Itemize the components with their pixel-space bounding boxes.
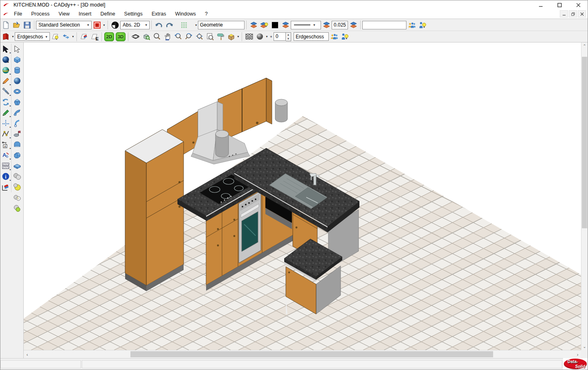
menu-extras[interactable]: Extras — [147, 10, 171, 18]
hatch-tool-button[interactable]: ▸ — [0, 160, 11, 171]
swap-arrows-button[interactable] — [61, 32, 71, 42]
orbit-sphere-tool-button[interactable]: ▸ — [0, 65, 11, 76]
group-select-button[interactable] — [407, 20, 417, 30]
storey-name-input[interactable] — [294, 32, 329, 41]
scroll-up-icon[interactable]: ⌃ — [581, 42, 588, 49]
pen-color-button[interactable] — [92, 20, 102, 30]
highlight-entities-button-2[interactable] — [340, 32, 350, 42]
spin-up-icon[interactable]: ▲ — [286, 33, 291, 37]
material-dropdown-icon[interactable]: ▾ — [265, 32, 269, 41]
close-icon[interactable] — [569, 0, 588, 9]
model-book-button[interactable] — [1, 32, 11, 42]
menu-define[interactable]: Define — [96, 10, 119, 18]
prism-solid-tool-button[interactable] — [12, 97, 22, 107]
layer-assign-icon[interactable] — [281, 20, 290, 30]
material-sphere-button[interactable] — [255, 32, 265, 42]
layer-visibility-icon[interactable] — [259, 20, 269, 30]
torus-solid-tool-button[interactable] — [12, 86, 22, 97]
mdi-restore-icon[interactable] — [569, 10, 577, 18]
orbit-rotate-button[interactable] — [130, 32, 140, 42]
save-file-button[interactable] — [22, 20, 32, 30]
chamfer-tool-button[interactable] — [12, 150, 22, 160]
draw-pencil-tool-button[interactable]: ▸ — [0, 76, 11, 86]
direct-select-tool-button[interactable] — [12, 44, 22, 54]
polyline-tool-button[interactable]: ▸ — [0, 129, 11, 139]
boolean-intersect-tool-button[interactable] — [12, 192, 22, 203]
sheet-eraser-button[interactable] — [79, 32, 89, 42]
rotation-step-spinner[interactable]: ▲▼ — [274, 32, 291, 41]
view-2d-button[interactable]: 2D — [104, 32, 114, 41]
slab-tool-button[interactable] — [12, 160, 22, 171]
menu-insert[interactable]: Insert — [74, 10, 96, 18]
coordinate-mode-combo[interactable]: Abs. 2D▾ — [120, 21, 150, 29]
sketch-pencil-tool-button[interactable]: ▸ — [0, 107, 11, 118]
scroll-down-icon[interactable]: ⌄ — [581, 343, 588, 350]
revolve-flag-tool-button[interactable] — [12, 129, 22, 139]
redo-button[interactable] — [164, 20, 174, 30]
layer-name-input[interactable] — [198, 21, 245, 29]
sphere-view-tool-button[interactable] — [0, 54, 11, 65]
undo-button[interactable] — [154, 20, 164, 30]
contrast-circle-button[interactable] — [110, 20, 120, 30]
boolean-subtract-tool-button[interactable] — [12, 182, 22, 192]
hatch-display-button[interactable] — [244, 32, 254, 42]
text-tool-button[interactable]: ▸ — [0, 150, 11, 160]
maximize-icon[interactable] — [550, 0, 569, 9]
zoom-previous-button[interactable] — [173, 32, 183, 42]
zoom-window-button[interactable] — [152, 32, 162, 42]
group-select-button-2[interactable] — [329, 32, 339, 42]
cylinder-solid-tool-button[interactable] — [12, 65, 22, 76]
line-style-combo[interactable]: ▾ — [291, 21, 321, 29]
extrude-tool-button[interactable] — [12, 107, 22, 118]
eraser-tool-button[interactable] — [0, 182, 11, 192]
zoom-extents-button[interactable] — [194, 32, 204, 42]
new-file-button[interactable] — [1, 20, 11, 30]
highlight-entities-button[interactable] — [417, 20, 427, 30]
annotation-input[interactable] — [362, 21, 406, 29]
vertical-scrollbar[interactable]: ⌃ ⌄ — [581, 42, 588, 350]
zoom-next-button[interactable] — [184, 32, 193, 42]
model-book-dropdown-icon[interactable]: ▾ — [11, 32, 15, 41]
grid-dropdown-icon[interactable]: ▾ — [194, 20, 198, 29]
mdi-close-icon[interactable] — [578, 10, 586, 18]
boolean-merge-tool-button[interactable] — [12, 203, 22, 214]
spin-down-icon[interactable]: ▼ — [286, 37, 291, 41]
box-solid-tool-button[interactable] — [12, 54, 22, 65]
selection-mode-combo[interactable]: Standard Selection▾ — [36, 21, 92, 29]
menu-help[interactable]: ? — [200, 10, 212, 18]
dimension-tool-button[interactable]: ▸ — [0, 139, 11, 150]
sheet-edit-button[interactable]: E — [90, 32, 99, 42]
sheet-visibility-button[interactable] — [50, 32, 60, 42]
menu-process[interactable]: Process — [27, 10, 54, 18]
horizontal-scrollbar[interactable]: ‹ › — [24, 350, 581, 358]
pen-width-input[interactable] — [332, 21, 348, 29]
minimize-icon[interactable] — [531, 0, 550, 9]
render-roller-button[interactable] — [215, 32, 225, 42]
menu-view[interactable]: View — [54, 10, 74, 18]
scroll-right-icon[interactable]: › — [574, 350, 581, 358]
transform-rotate-tool-button[interactable]: ▸ — [0, 97, 11, 107]
open-file-button[interactable] — [11, 20, 21, 30]
shaded-view-button[interactable] — [226, 32, 236, 42]
line-layer-icon[interactable] — [321, 20, 331, 30]
rotation-step-input[interactable] — [274, 32, 286, 41]
trim-pliers-tool-button[interactable]: ▸ — [0, 86, 11, 97]
swap-arrows-dropdown-icon[interactable]: ▾ — [71, 32, 75, 41]
boolean-union-tool-button[interactable] — [12, 171, 22, 182]
storey-combo[interactable]: Erdgeschos▾ — [15, 32, 50, 41]
pen-color-dropdown-icon[interactable]: ▾ — [102, 20, 106, 29]
select-tool-button[interactable]: ▸ — [0, 44, 11, 54]
vertical-scroll-thumb[interactable] — [582, 57, 587, 228]
mdi-minimize-icon[interactable] — [560, 10, 568, 18]
grid-snap-button[interactable] — [175, 20, 194, 30]
zoom-page-button[interactable] — [205, 32, 215, 42]
menu-file[interactable]: File — [9, 10, 27, 18]
fillet-tool-button[interactable] — [12, 139, 22, 150]
point-grid-tool-button[interactable]: ▸ — [0, 118, 11, 129]
info-tool-button[interactable]: ▸ — [0, 171, 11, 182]
menu-settings[interactable]: Settings — [120, 10, 147, 18]
menu-windows[interactable]: Windows — [171, 10, 200, 18]
horizontal-scroll-thumb[interactable] — [130, 351, 493, 357]
shaded-view-dropdown-icon[interactable]: ▾ — [236, 32, 240, 41]
spinner-arrows[interactable]: ▲▼ — [286, 32, 291, 41]
